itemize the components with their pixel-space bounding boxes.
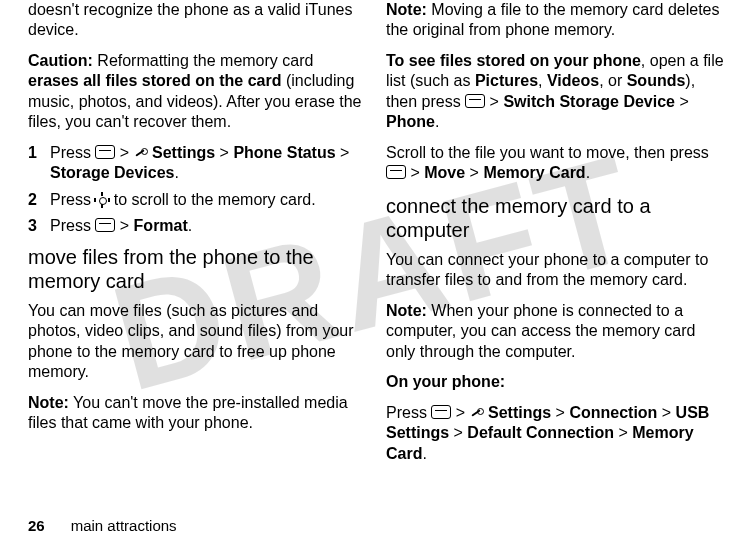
step2-pre: Press bbox=[50, 191, 95, 208]
see-mid1: > bbox=[485, 93, 503, 110]
step1-mid1: > bbox=[115, 144, 133, 161]
see-mid2: > bbox=[675, 93, 689, 110]
step-2-number: 2 bbox=[28, 190, 50, 210]
step1-mid2: > bbox=[215, 144, 233, 161]
see-end: . bbox=[435, 113, 439, 130]
press-mid4: > bbox=[449, 424, 467, 441]
intro-continuation: doesn't recognize the phone as a valid i… bbox=[28, 0, 366, 41]
defconn-label: Default Connection bbox=[467, 424, 614, 441]
step-3: 3 Press > Format. bbox=[28, 216, 366, 236]
phone-label: Phone bbox=[386, 113, 435, 130]
move-label: Move bbox=[424, 164, 465, 181]
comma2: , or bbox=[599, 72, 627, 89]
scroll-mid1: > bbox=[406, 164, 424, 181]
sounds-label: Sounds bbox=[627, 72, 686, 89]
step2-post: to scroll to the memory card. bbox=[109, 191, 315, 208]
step1-pre: Press bbox=[50, 144, 95, 161]
note-label: Note: bbox=[386, 1, 427, 18]
caution-label: Caution: bbox=[28, 52, 93, 69]
videos-label: Videos bbox=[547, 72, 599, 89]
nav-key-icon bbox=[95, 193, 109, 207]
step3-end: . bbox=[188, 217, 192, 234]
step3-mid: > bbox=[115, 217, 133, 234]
caution-bold: erases all files stored on the card bbox=[28, 72, 281, 89]
move-files-paragraph: You can move files (such as pictures and… bbox=[28, 301, 366, 383]
on-your-phone-label: On your phone: bbox=[386, 372, 724, 392]
step1-mid3: > bbox=[336, 144, 350, 161]
menu-key-icon bbox=[465, 94, 485, 108]
step-1-text: Press > Settings > Phone Status > Storag… bbox=[50, 143, 366, 184]
press-end: . bbox=[422, 445, 426, 462]
caution-paragraph: Caution: Reformatting the memory card er… bbox=[28, 51, 366, 133]
see-files-paragraph: To see files stored on your phone, open … bbox=[386, 51, 724, 133]
settings-icon bbox=[134, 146, 148, 160]
settings-icon bbox=[470, 406, 484, 420]
note-delete-text: Moving a file to the memory card deletes… bbox=[386, 1, 719, 38]
page-number: 26 bbox=[28, 517, 45, 534]
step1-settings: Settings bbox=[148, 144, 216, 161]
page-footer: 26main attractions bbox=[28, 517, 177, 534]
connect-paragraph: You can connect your phone to a computer… bbox=[386, 250, 724, 291]
step-1: 1 Press > Settings > Phone Status > Stor… bbox=[28, 143, 366, 184]
note-label: Note: bbox=[386, 302, 427, 319]
scroll-end: . bbox=[586, 164, 590, 181]
switch-label: Switch Storage Device bbox=[503, 93, 675, 110]
step-3-number: 3 bbox=[28, 216, 50, 236]
step-2: 2 Press to scroll to the memory card. bbox=[28, 190, 366, 210]
menu-key-icon bbox=[95, 218, 115, 232]
press-mid1: > bbox=[451, 404, 469, 421]
note-delete-paragraph: Note: Moving a file to the memory card d… bbox=[386, 0, 724, 41]
page-columns: doesn't recognize the phone as a valid i… bbox=[0, 0, 752, 510]
press-sequence-paragraph: Press > Settings > Connection > USB Sett… bbox=[386, 403, 724, 464]
menu-key-icon bbox=[95, 145, 115, 159]
scroll-mid2: > bbox=[465, 164, 483, 181]
scroll-move-paragraph: Scroll to the file you want to move, the… bbox=[386, 143, 724, 184]
pictures-label: Pictures bbox=[475, 72, 538, 89]
step1-end: . bbox=[175, 164, 179, 181]
memcard-label: Memory Card bbox=[483, 164, 585, 181]
step-2-text: Press to scroll to the memory card. bbox=[50, 190, 366, 210]
menu-key-icon bbox=[431, 405, 451, 419]
note-computer-paragraph: Note: When your phone is connected to a … bbox=[386, 301, 724, 362]
note-computer-text: When your phone is connected to a comput… bbox=[386, 302, 695, 360]
heading-move-files: move files from the phone to the memory … bbox=[28, 245, 366, 293]
right-column: Note: Moving a file to the memory card d… bbox=[376, 0, 734, 510]
step1-storage: Storage Devices bbox=[50, 164, 175, 181]
comma1: , bbox=[538, 72, 547, 89]
step3-format: Format bbox=[134, 217, 188, 234]
see-files-bold: To see files stored on your phone bbox=[386, 52, 641, 69]
step3-pre: Press bbox=[50, 217, 95, 234]
step-1-number: 1 bbox=[28, 143, 50, 163]
caution-text-1: Reformatting the memory card bbox=[93, 52, 314, 69]
press-mid5: > bbox=[614, 424, 632, 441]
note-move-text: You can't move the pre-installed media f… bbox=[28, 394, 348, 431]
settings-label: Settings bbox=[484, 404, 552, 421]
press-pre: Press bbox=[386, 404, 431, 421]
connection-label: Connection bbox=[569, 404, 657, 421]
left-column: doesn't recognize the phone as a valid i… bbox=[18, 0, 376, 510]
heading-connect: connect the memory card to a computer bbox=[386, 194, 724, 242]
scroll-p1: Scroll to the file you want to move, the… bbox=[386, 144, 709, 161]
note-label: Note: bbox=[28, 394, 69, 411]
section-name: main attractions bbox=[71, 517, 177, 534]
format-steps: 1 Press > Settings > Phone Status > Stor… bbox=[28, 143, 366, 237]
note-move-paragraph: Note: You can't move the pre-installed m… bbox=[28, 393, 366, 434]
step-3-text: Press > Format. bbox=[50, 216, 366, 236]
step1-phone-status: Phone Status bbox=[233, 144, 335, 161]
menu-key-icon bbox=[386, 165, 406, 179]
press-mid2: > bbox=[551, 404, 569, 421]
press-mid3: > bbox=[657, 404, 675, 421]
